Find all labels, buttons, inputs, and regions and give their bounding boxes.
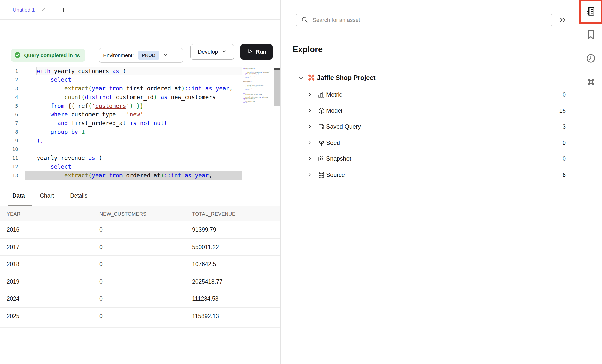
chevron-right-icon[interactable] — [306, 108, 313, 114]
chevron-down-icon[interactable] — [297, 74, 305, 82]
chevron-right-icon[interactable] — [306, 172, 313, 178]
search-input[interactable] — [313, 17, 547, 23]
editor-panel: Untitled 1 Develop — [0, 0, 280, 364]
tree-item-count: 0 — [563, 87, 566, 103]
code-line[interactable]: 9), — [0, 136, 280, 145]
app-window: Untitled 1 Develop — [0, 0, 602, 364]
explore-compass-icon — [585, 76, 596, 88]
results-tab-details[interactable]: Details — [70, 185, 87, 206]
develop-label: Develop — [198, 49, 218, 55]
code-line[interactable]: 2 select — [0, 75, 280, 84]
chevron-right-icon[interactable] — [306, 155, 313, 162]
metric-icon — [318, 91, 325, 98]
code-text: select — [37, 75, 71, 84]
table-cell: 115892.13 — [192, 308, 219, 325]
tree-item-seed[interactable]: Seed0 — [281, 135, 579, 151]
tree-item-snapshot[interactable]: Snapshot0 — [281, 151, 579, 167]
develop-dropdown[interactable]: Develop — [190, 44, 234, 60]
line-number: 8 — [0, 128, 18, 136]
table-cell: 2024 — [7, 290, 19, 307]
code-text: with yearly_customers as ( — [37, 67, 126, 75]
results-tabbar: DataChartDetails — [0, 185, 280, 206]
editor-scrollbar[interactable] — [274, 66, 280, 180]
tree-item-source[interactable]: Source6 — [281, 167, 579, 183]
code-text: ), — [37, 136, 44, 145]
sidebar-button-history[interactable] — [579, 47, 602, 71]
tree-item-count: 3 — [563, 119, 566, 135]
code-line[interactable]: 4 count(distinct customer_id) as new_cus… — [0, 93, 280, 102]
tab-untitled[interactable]: Untitled 1 — [0, 0, 55, 20]
history-icon — [586, 53, 596, 65]
snapshot-icon — [318, 155, 325, 162]
run-label: Run — [256, 49, 266, 55]
tab-title: Untitled 1 — [13, 0, 35, 20]
asset-search[interactable] — [296, 12, 552, 28]
line-number: 3 — [0, 84, 18, 93]
tree-item-count: 6 — [563, 167, 566, 183]
chevron-down-icon — [163, 53, 168, 58]
code-line[interactable]: 11yearly_revenue as ( — [0, 154, 280, 162]
tree-item-model[interactable]: Model15 — [281, 103, 579, 119]
line-number: 9 — [0, 136, 18, 145]
code-line[interactable]: 7 and first_ordered_at is not null — [0, 119, 280, 128]
table-cell: 2025418.77 — [192, 273, 223, 290]
tree-item-saved-query[interactable]: Saved Query3 — [281, 119, 579, 135]
code-text: and first_ordered_at is not null — [37, 119, 167, 128]
results-tab-chart[interactable]: Chart — [40, 185, 54, 206]
saved-query-icon — [318, 123, 325, 130]
new-tab-button[interactable] — [60, 7, 67, 13]
code-line[interactable]: 12 select — [0, 162, 280, 171]
query-status-text: Query completed in 4s — [24, 52, 80, 58]
table-cell: 111234.53 — [192, 290, 218, 307]
table-row: 2016091399.79 — [0, 221, 280, 239]
catalog-icon — [585, 6, 596, 18]
tree-project-row[interactable]: Jaffle Shop Project — [281, 70, 579, 86]
code-text: extract(year from ordered_at)::int as ye… — [37, 171, 212, 180]
tree-item-label: Model — [326, 103, 342, 119]
close-icon[interactable] — [41, 8, 46, 12]
line-number: 5 — [0, 102, 18, 110]
scrollbar-annotation — [274, 68, 280, 70]
chevron-right-icon[interactable] — [306, 140, 313, 146]
table-cell: 0 — [99, 273, 103, 290]
table-cell: 107642.5 — [192, 256, 216, 273]
environment-label: Environment: — [103, 52, 134, 58]
column-header: NEW_CUSTOMERS — [99, 206, 146, 221]
code-line[interactable]: 6 where customer_type = 'new' — [0, 110, 280, 119]
sidebar-button-catalog[interactable] — [579, 0, 602, 24]
column-header: TOTAL_REVENUE — [192, 206, 235, 221]
table-cell: 0 — [99, 256, 103, 273]
sidebar-button-explore-compass[interactable] — [579, 71, 602, 94]
table-cell: 91399.79 — [192, 221, 216, 238]
editor-toolbar: Develop Run — [0, 20, 280, 44]
tree-item-label: Metric — [326, 87, 342, 103]
sql-code-editor[interactable]: 1with yearly_customers as (2 select3 ext… — [0, 66, 280, 180]
line-number: 6 — [0, 110, 18, 119]
run-button[interactable]: Run — [240, 44, 273, 60]
line-number: 7 — [0, 119, 18, 128]
environment-value-badge: PROD — [138, 51, 159, 60]
editor-minimap[interactable]: with yearly_customers as ( select extrac… — [243, 68, 272, 179]
sidebar-button-bookmark[interactable] — [579, 24, 602, 47]
code-line[interactable]: 10 — [0, 145, 280, 154]
code-line[interactable]: 8 group by 1 — [0, 128, 280, 136]
code-line[interactable]: 1with yearly_customers as ( — [0, 67, 280, 75]
table-cell: 0 — [99, 239, 103, 255]
code-text: extract(year from first_ordered_at)::int… — [37, 84, 233, 93]
environment-selector[interactable]: Environment: PROD — [99, 48, 183, 63]
chevron-right-icon[interactable] — [306, 123, 313, 130]
chevron-right-icon[interactable] — [306, 91, 313, 98]
code-line[interactable]: 3 extract(year from first_ordered_at)::i… — [0, 84, 280, 93]
table-cell: 550011.22 — [192, 239, 219, 255]
line-number: 10 — [0, 145, 18, 154]
collapse-panel-icon[interactable] — [558, 16, 567, 25]
tree-item-count: 0 — [563, 135, 566, 151]
table-cell: 0 — [99, 290, 103, 307]
tree-item-label: Saved Query — [326, 119, 361, 135]
scrollbar-thumb[interactable] — [274, 70, 280, 106]
tree-item-metric[interactable]: Metric0 — [281, 87, 579, 103]
right-icon-sidebar — [579, 0, 602, 364]
code-line[interactable]: 5 from {{ ref('customers') }} — [0, 102, 280, 110]
code-line[interactable]: 13 extract(year from ordered_at)::int as… — [0, 171, 280, 180]
results-tab-data[interactable]: Data — [12, 185, 25, 206]
